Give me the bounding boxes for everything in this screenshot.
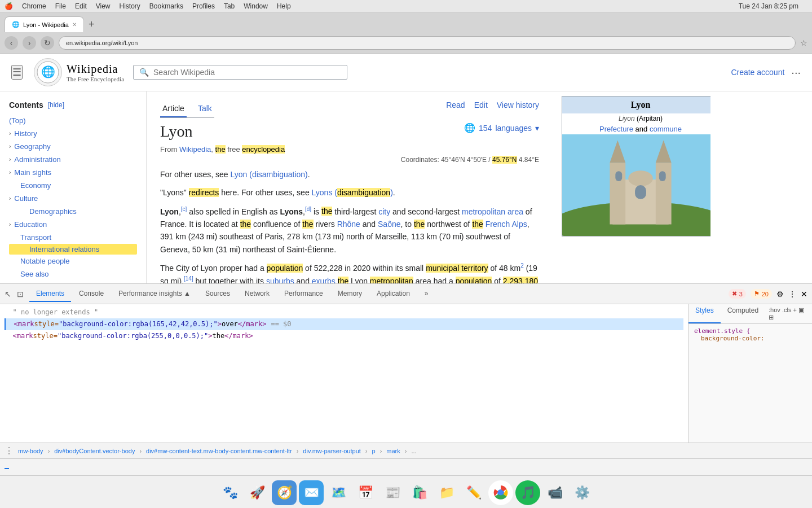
devtools-tab-performance-insights[interactable]: Performance insights ▲: [112, 286, 197, 302]
back-button[interactable]: ‹: [5, 36, 18, 50]
devtools-tab-console[interactable]: Console: [72, 286, 111, 302]
dock-spotify[interactable]: 🎵: [515, 480, 540, 505]
commune-link[interactable]: commune: [650, 125, 682, 133]
metropolitan-area-link[interactable]: metropolitan area: [462, 207, 523, 216]
dock-chrome[interactable]: [488, 480, 513, 505]
tab-close-button[interactable]: ✕: [72, 21, 77, 28]
menu-edit[interactable]: Edit: [75, 2, 87, 10]
console-tab-whats-new[interactable]: [32, 466, 36, 468]
dock-system-prefs[interactable]: ⚙️: [570, 480, 594, 505]
sidebar-item-history[interactable]: › History: [9, 127, 137, 140]
devtools-drag-icon[interactable]: ⋮: [5, 445, 14, 456]
breadcrumb-body-content[interactable]: div#bodyContent.vector-body: [54, 448, 135, 454]
menu-tab[interactable]: Tab: [224, 2, 235, 10]
devtools-tab-sources[interactable]: Sources: [198, 286, 237, 302]
sidebar-item-transport[interactable]: Transport: [9, 231, 137, 244]
sidebar-item-education[interactable]: › Education: [9, 218, 137, 231]
dock-facetime[interactable]: 📹: [542, 480, 567, 505]
search-input[interactable]: [153, 68, 341, 77]
action-edit[interactable]: Edit: [474, 100, 488, 110]
suburbs-link[interactable]: suburbs: [266, 277, 294, 283]
disambiguation-link[interactable]: Lyon (disambiguation): [231, 170, 308, 179]
dock-appstore[interactable]: 🛍️: [407, 480, 432, 505]
menu-chrome[interactable]: Chrome: [22, 2, 46, 10]
sidebar-item-geography[interactable]: › Geography: [9, 140, 137, 153]
dock-mail[interactable]: ✉️: [299, 480, 324, 505]
dock-finder[interactable]: 🐾: [218, 480, 242, 505]
action-view-history[interactable]: View history: [497, 100, 539, 110]
languages-button[interactable]: 🌐 154 languages ▾: [464, 122, 539, 133]
dock-news[interactable]: 📰: [380, 480, 405, 505]
forward-button[interactable]: ›: [23, 36, 36, 50]
prefecture-link[interactable]: Prefecture: [599, 125, 633, 133]
saone-link[interactable]: Saône: [378, 220, 400, 229]
devtools-close-icon[interactable]: ✕: [801, 290, 807, 299]
devtools-more-icon[interactable]: ⋮: [788, 290, 796, 299]
tab-article[interactable]: Article: [160, 100, 187, 117]
infobox-image: [562, 134, 710, 236]
dock-calendar[interactable]: 📅: [353, 480, 378, 505]
devtools-tab-memory[interactable]: Memory: [331, 286, 369, 302]
menu-file[interactable]: File: [55, 2, 66, 10]
address-input[interactable]: [59, 36, 796, 50]
menu-history[interactable]: History: [120, 2, 140, 10]
sidebar-item-international-relations[interactable]: International relations: [9, 244, 137, 255]
more-options-button[interactable]: ···: [791, 66, 801, 79]
hide-button[interactable]: [hide]: [48, 101, 64, 109]
dock-launchpad[interactable]: 🚀: [245, 480, 270, 505]
dock-safari[interactable]: 🧭: [272, 480, 297, 505]
exurbs-link[interactable]: exurbs: [312, 277, 336, 283]
sidebar-item-see-also[interactable]: See also: [9, 268, 137, 281]
sidebar-item-culture[interactable]: › Culture: [9, 192, 137, 205]
console-tab-issues[interactable]: [18, 466, 23, 468]
menu-bookmarks[interactable]: Bookmarks: [149, 2, 183, 10]
menu-help[interactable]: Help: [277, 2, 291, 10]
dock-maps[interactable]: 🗺️: [326, 480, 351, 505]
styles-tabs: Styles Computed :hov .cls + ▣ ⊞: [689, 304, 812, 324]
breadcrumb-mark[interactable]: mark: [386, 448, 400, 454]
wiki-header: ☰ 🌐 Wikipedia The Free Encyclopedia 🔍 Cr…: [0, 54, 812, 91]
devtools-tab-application[interactable]: Application: [370, 286, 417, 302]
action-read[interactable]: Read: [446, 100, 465, 110]
sidebar-item-economy[interactable]: Economy: [9, 179, 137, 192]
devtools-tab-network[interactable]: Network: [238, 286, 276, 302]
city-link[interactable]: city: [378, 207, 390, 216]
devtools-tab-performance[interactable]: Performance: [277, 286, 330, 302]
menu-view[interactable]: View: [96, 2, 111, 10]
new-tab-button[interactable]: +: [89, 19, 95, 30]
create-account-button[interactable]: Create account: [731, 68, 784, 77]
french-alps-link[interactable]: French Alps: [486, 220, 527, 229]
styles-tab-computed[interactable]: Computed: [721, 304, 765, 323]
sidebar-item-demographics[interactable]: Demographics: [9, 205, 137, 218]
breadcrumb-p[interactable]: p: [372, 448, 376, 454]
tab-talk[interactable]: Talk: [196, 100, 214, 117]
active-tab[interactable]: 🌐 Lyon - Wikipedia ✕: [5, 16, 84, 32]
devtools-tab-elements[interactable]: Elements: [29, 286, 71, 302]
chevron-icon: ›: [9, 221, 11, 227]
sidebar-item-top[interactable]: (Top): [9, 114, 137, 127]
sidebar-item-administration[interactable]: › Administration: [9, 153, 137, 166]
breadcrumb-parser-output[interactable]: div.mw-parser-output: [303, 448, 361, 454]
dock-bbedit[interactable]: ✏️: [461, 480, 486, 505]
dock-filezilla[interactable]: 📁: [434, 480, 459, 505]
menu-window[interactable]: Window: [244, 2, 268, 10]
console-tab-console[interactable]: [5, 466, 9, 469]
devtools-code-line-2[interactable]: <mark style= "background-color:rgba(165,…: [5, 318, 683, 330]
styles-tab-styles[interactable]: Styles: [689, 304, 721, 323]
rhone-link[interactable]: Rhône: [337, 220, 360, 229]
devtools-responsive-icon[interactable]: ⊡: [17, 290, 24, 299]
devtools-cursor-icon[interactable]: ↖: [5, 290, 11, 299]
apple-menu[interactable]: 🍎: [5, 2, 13, 10]
wikipedia-link[interactable]: Wikipedia: [179, 145, 211, 154]
breadcrumb-mw-body[interactable]: mw-body: [18, 448, 43, 454]
sidebar-item-main-sights[interactable]: › Main sights: [9, 166, 137, 179]
sidebar-item-notable-people[interactable]: Notable people: [9, 255, 137, 268]
settings-icon[interactable]: ⚙: [776, 290, 784, 299]
breadcrumb-mw-content-text[interactable]: div#mw-content-text.mw-body-content.mw-c…: [146, 448, 292, 454]
devtools-tab-more[interactable]: »: [418, 286, 435, 302]
reload-button[interactable]: ↻: [41, 36, 54, 50]
lyons-disambiguation-link[interactable]: Lyons (disambiguation): [312, 188, 393, 197]
hamburger-menu[interactable]: ☰: [11, 65, 23, 80]
bookmark-icon[interactable]: ☆: [800, 38, 807, 47]
menu-profiles[interactable]: Profiles: [192, 2, 215, 10]
